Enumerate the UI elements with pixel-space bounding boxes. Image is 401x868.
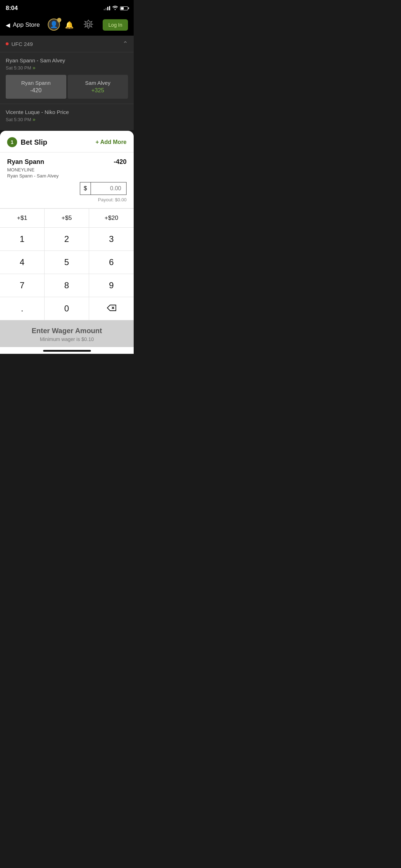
- match1-title: Ryan Spann - Sam Alvey: [6, 57, 128, 63]
- app-store-link[interactable]: App Store: [13, 21, 40, 29]
- payout-label: Payout: $0.00: [98, 197, 127, 202]
- wager-sub-text: Minimum wager is $0.10: [6, 336, 128, 342]
- ufc-title: UFC 249: [11, 41, 33, 47]
- fighter2-name: Sam Alvey: [71, 80, 125, 86]
- content-area: UFC 249 ⌃ Ryan Spann - Sam Alvey Sat 5:3…: [0, 36, 134, 130]
- ufc-header: UFC 249 ⌃: [0, 36, 134, 52]
- bet-odds-value: -420: [114, 158, 127, 166]
- fighter1-odds: -420: [9, 87, 63, 94]
- dollar-sign-label: $: [80, 182, 91, 195]
- numpad-backspace-button[interactable]: [89, 297, 134, 320]
- numpad-key-7[interactable]: 7: [0, 274, 45, 297]
- ufc-left: UFC 249: [6, 41, 33, 47]
- match1-time: Sat 5:30 PM »: [6, 65, 128, 71]
- bet-input-row: $: [7, 182, 127, 195]
- bet-matchup: Ryan Spann - Sam Alvey: [7, 173, 127, 179]
- fighter2-odds-btn[interactable]: Sam Alvey +325: [68, 75, 128, 99]
- back-arrow-icon[interactable]: ◀: [6, 22, 10, 29]
- fast-forward2-icon: »: [33, 117, 36, 122]
- bet-fighter-name: Ryan Spann: [7, 158, 44, 166]
- wager-footer: Enter Wager Amount Minimum wager is $0.1…: [0, 320, 134, 347]
- bet-slip-header: 1 Bet Slip + Add More: [0, 131, 134, 153]
- numpad-key-9[interactable]: 9: [89, 274, 134, 297]
- match2-time: Sat 5:30 PM »: [6, 117, 128, 122]
- quick-add-20-button[interactable]: +$20: [89, 209, 134, 227]
- bell-icon[interactable]: 🔔: [65, 21, 74, 29]
- bet-top-row: Ryan Spann -420: [7, 158, 127, 166]
- fast-forward-icon: »: [33, 65, 36, 71]
- live-indicator: [6, 42, 9, 45]
- numpad-key-5[interactable]: 5: [45, 251, 89, 274]
- quick-add-5-button[interactable]: +$5: [45, 209, 89, 227]
- status-icons: [104, 6, 128, 11]
- numpad-key-8[interactable]: 8: [45, 274, 89, 297]
- svg-text:D: D: [87, 22, 90, 27]
- match2-title: Vicente Luque - Niko Price: [6, 109, 128, 115]
- bet-slip-panel: 1 Bet Slip + Add More Ryan Spann -420 MO…: [0, 131, 134, 354]
- status-time: 8:04: [6, 5, 18, 12]
- numpad: 1 2 3 4 5 6 7 8 9 . 0: [0, 227, 134, 320]
- match1-section: Ryan Spann - Sam Alvey Sat 5:30 PM » Rya…: [0, 52, 134, 104]
- nav-bar: ◀ App Store 👤 🔔 D Log In: [0, 16, 134, 36]
- add-more-button[interactable]: + Add More: [96, 139, 127, 145]
- nav-icons: 👤 🔔: [48, 19, 74, 31]
- nav-left: ◀ App Store: [6, 21, 40, 29]
- quick-add-row: +$1 +$5 +$20: [0, 208, 134, 227]
- draftkings-logo: D: [82, 19, 95, 31]
- fighter1-name: Ryan Spann: [9, 80, 63, 86]
- home-bar: [43, 350, 91, 352]
- wifi-icon: [112, 6, 118, 11]
- match2-section: Vicente Luque - Niko Price Sat 5:30 PM »: [0, 104, 134, 130]
- signal-icon: [104, 6, 110, 10]
- numpad-key-1[interactable]: 1: [0, 228, 45, 251]
- bet-slip-title: Bet Slip: [21, 138, 47, 146]
- quick-add-1-button[interactable]: +$1: [0, 209, 45, 227]
- avatar-container[interactable]: 👤: [48, 19, 61, 31]
- add-more-label: + Add More: [96, 139, 127, 145]
- battery-icon: [120, 6, 128, 10]
- collapse-icon[interactable]: ⌃: [123, 40, 128, 48]
- wager-amount-input[interactable]: [91, 182, 127, 195]
- person-icon: 👤: [50, 21, 58, 29]
- fighter1-odds-btn[interactable]: Ryan Spann -420: [6, 75, 66, 99]
- numpad-key-2[interactable]: 2: [45, 228, 89, 251]
- numpad-key-3[interactable]: 3: [89, 228, 134, 251]
- numpad-key-6[interactable]: 6: [89, 251, 134, 274]
- status-bar: 8:04: [0, 0, 134, 16]
- fighter2-odds: +325: [71, 87, 125, 94]
- numpad-key-decimal[interactable]: .: [0, 297, 45, 320]
- login-button[interactable]: Log In: [103, 19, 128, 31]
- numpad-key-0[interactable]: 0: [45, 297, 89, 320]
- bet-type-label: MONEYLINE: [7, 167, 127, 172]
- numpad-key-4[interactable]: 4: [0, 251, 45, 274]
- bet-details: Ryan Spann -420 MONEYLINE Ryan Spann - S…: [0, 153, 134, 208]
- wager-main-text: Enter Wager Amount: [6, 327, 128, 335]
- payout-row: Payout: $0.00: [7, 197, 127, 202]
- home-indicator: [0, 347, 134, 354]
- bet-slip-title-area: 1 Bet Slip: [7, 137, 47, 147]
- bet-count-badge: 1: [7, 137, 17, 147]
- match1-odds-row: Ryan Spann -420 Sam Alvey +325: [6, 75, 128, 99]
